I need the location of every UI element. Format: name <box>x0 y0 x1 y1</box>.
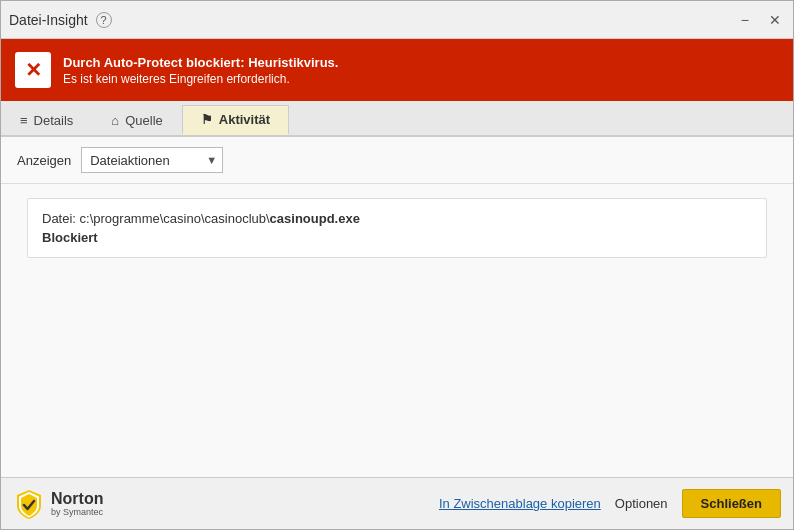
alert-banner: Durch Auto-Protect blockiert: Heuristikv… <box>1 39 793 101</box>
file-path-filename: casinoupd.exe <box>270 211 360 226</box>
file-section: Datei: c:\programme\casino\casinoclub\ca… <box>27 198 767 258</box>
filter-label: Anzeigen <box>17 153 71 168</box>
alert-text: Durch Auto-Protect blockiert: Heuristikv… <box>63 55 338 86</box>
alert-x-icon <box>15 52 51 88</box>
filter-row: Anzeigen Dateiaktionen Alle Aktionen Net… <box>1 137 793 184</box>
filter-select[interactable]: Dateiaktionen Alle Aktionen Netzwerkakti… <box>81 147 223 173</box>
details-icon: ≡ <box>20 113 28 128</box>
alert-title: Durch Auto-Protect blockiert: Heuristikv… <box>63 55 338 70</box>
norton-sub: by Symantec <box>51 507 103 517</box>
norton-name: Norton <box>51 490 103 508</box>
tab-bar: ≡ Details ⌂ Quelle ⚑ Aktivität <box>1 101 793 137</box>
footer-right: In Zwischenablage kopieren Optionen Schl… <box>439 489 781 518</box>
tab-aktivitaet[interactable]: ⚑ Aktivität <box>182 105 289 135</box>
file-path: Datei: c:\programme\casino\casinoclub\ca… <box>42 211 752 226</box>
window-title: Datei-Insight <box>9 12 88 28</box>
options-button[interactable]: Optionen <box>615 496 668 511</box>
alert-subtitle: Es ist kein weiteres Eingreifen erforder… <box>63 72 338 86</box>
aktivitaet-icon: ⚑ <box>201 112 213 127</box>
middle-area: Anzeigen Dateiaktionen Alle Aktionen Net… <box>1 137 793 529</box>
main-window: Datei-Insight ? − ✕ Durch Auto-Protect b… <box>0 0 794 530</box>
tab-details[interactable]: ≡ Details <box>1 105 92 135</box>
tab-aktivitaet-label: Aktivität <box>219 112 270 127</box>
norton-shield-icon <box>13 488 45 520</box>
help-icon[interactable]: ? <box>96 12 112 28</box>
tab-details-label: Details <box>34 113 74 128</box>
norton-text: Norton by Symantec <box>51 490 103 518</box>
clipboard-link[interactable]: In Zwischenablage kopieren <box>439 496 601 511</box>
file-status: Blockiert <box>42 230 752 245</box>
close-window-button[interactable]: ✕ <box>765 10 785 30</box>
minimize-button[interactable]: − <box>737 10 753 30</box>
title-bar: Datei-Insight ? − ✕ <box>1 1 793 39</box>
file-path-prefix: Datei: c:\programme\casino\casinoclub\ <box>42 211 270 226</box>
title-bar-right: − ✕ <box>737 10 785 30</box>
tab-quelle[interactable]: ⌂ Quelle <box>92 105 181 135</box>
norton-logo: Norton by Symantec <box>13 488 103 520</box>
quelle-icon: ⌂ <box>111 113 119 128</box>
filter-select-wrapper: Dateiaktionen Alle Aktionen Netzwerkakti… <box>81 147 223 173</box>
close-button[interactable]: Schließen <box>682 489 781 518</box>
tab-quelle-label: Quelle <box>125 113 163 128</box>
footer: Norton by Symantec In Zwischenablage kop… <box>1 477 793 529</box>
title-bar-left: Datei-Insight ? <box>9 12 112 28</box>
